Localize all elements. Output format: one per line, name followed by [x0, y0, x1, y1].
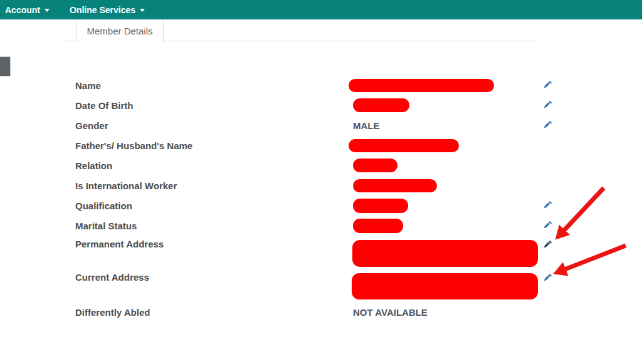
- redacted-value: [352, 240, 538, 267]
- row-marital-status: Marital Status: [75, 216, 577, 236]
- field-label: Date Of Birth: [75, 100, 353, 111]
- row-permanent-address: Permanent Address: [75, 236, 577, 269]
- nav-menu-online-services[interactable]: Online Services: [70, 0, 145, 19]
- edit-marital-status-button[interactable]: [543, 221, 552, 230]
- member-details-panel: Name Date Of Birth Gender MALE Father's/…: [75, 75, 577, 322]
- field-value: NOT AVAILABLE: [353, 307, 428, 318]
- edit-qualification-button[interactable]: [543, 201, 552, 210]
- tab-member-details-label: Member Details: [87, 26, 152, 36]
- nav-menu-account[interactable]: Account: [5, 0, 50, 19]
- redacted-value: [353, 179, 437, 192]
- pencil-icon: [543, 121, 552, 130]
- nav-menu-online-services-label: Online Services: [70, 5, 135, 15]
- field-label: Differently Abled: [75, 307, 353, 318]
- redacted-value: [349, 79, 494, 92]
- nav-menu-account-label: Account: [5, 5, 40, 15]
- pencil-icon: [543, 221, 552, 230]
- edit-current-address-button[interactable]: [543, 274, 552, 283]
- edit-date-of-birth-button[interactable]: [543, 101, 552, 110]
- row-fathers-husbands-name: Father's/ Husband's Name: [75, 135, 577, 155]
- sidebar-handle[interactable]: [0, 56, 11, 76]
- field-label: Gender: [75, 120, 353, 131]
- redacted-value: [353, 219, 403, 233]
- row-date-of-birth: Date Of Birth: [75, 95, 577, 115]
- row-differently-abled: Differently Abled NOT AVAILABLE: [75, 302, 577, 322]
- pencil-icon: [543, 81, 552, 90]
- pencil-icon: [543, 101, 552, 110]
- field-label: Permanent Address: [75, 236, 353, 249]
- tab-strip: Member Details: [63, 19, 538, 41]
- pencil-icon: [543, 274, 552, 283]
- field-value: MALE: [353, 120, 380, 131]
- redacted-value: [352, 273, 538, 299]
- edit-name-button[interactable]: [543, 81, 552, 90]
- row-relation: Relation: [75, 155, 577, 175]
- field-label: Marital Status: [75, 221, 353, 231]
- field-label: Qualification: [75, 200, 353, 211]
- caret-down-icon: [45, 9, 50, 12]
- row-current-address: Current Address: [75, 269, 577, 302]
- top-navbar: Account Online Services: [0, 0, 642, 19]
- row-qualification: Qualification: [75, 195, 577, 216]
- row-gender: Gender MALE: [75, 115, 577, 135]
- edit-permanent-address-button[interactable]: [543, 241, 552, 249]
- pencil-icon: [543, 241, 552, 249]
- redacted-value: [353, 98, 409, 112]
- pencil-icon: [543, 201, 552, 210]
- row-name: Name: [75, 75, 577, 95]
- field-label: Current Address: [75, 269, 353, 283]
- tab-member-details[interactable]: Member Details: [76, 19, 164, 42]
- redacted-value: [349, 139, 459, 152]
- row-is-international-worker: Is International Worker: [75, 175, 577, 195]
- caret-down-icon: [140, 9, 145, 12]
- field-label: Relation: [75, 160, 353, 171]
- redacted-value: [353, 199, 408, 213]
- edit-gender-button[interactable]: [543, 121, 552, 130]
- field-label: Is International Worker: [75, 180, 353, 191]
- field-label: Father's/ Husband's Name: [75, 140, 353, 151]
- field-label: Name: [75, 80, 353, 91]
- redacted-value: [353, 159, 397, 172]
